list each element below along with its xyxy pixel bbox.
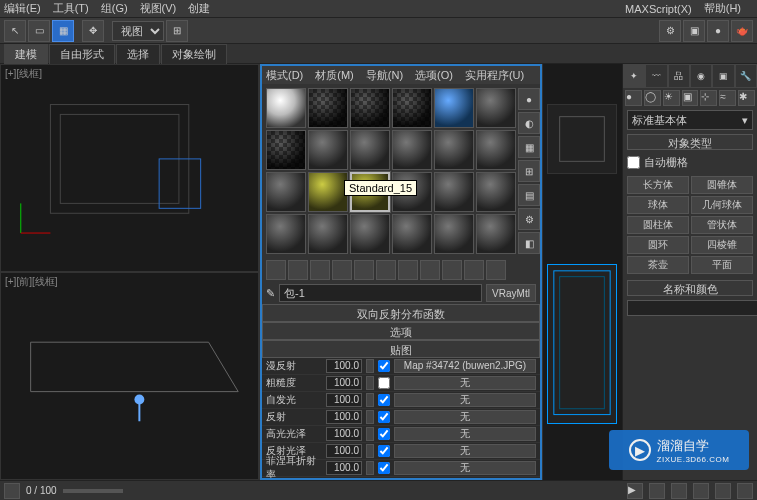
param-map-button[interactable]: 无: [394, 393, 536, 407]
material-slot-21[interactable]: [350, 214, 390, 254]
material-slot-11[interactable]: [434, 130, 474, 170]
render-frame[interactable]: ▣: [683, 20, 705, 42]
nav-orbit[interactable]: [715, 483, 731, 499]
object-btn-3[interactable]: 几何球体: [691, 196, 753, 214]
mat-parent[interactable]: [398, 260, 418, 280]
material-type-button[interactable]: VRayMtl: [486, 284, 536, 302]
tab-selection[interactable]: 选择: [116, 44, 160, 64]
timeline-config[interactable]: [4, 483, 20, 499]
autogrid-checkbox[interactable]: [627, 156, 640, 169]
object-name-input[interactable]: [627, 300, 757, 316]
material-slot-9[interactable]: [350, 130, 390, 170]
helpers-subtab[interactable]: ⊹: [700, 90, 717, 106]
param-spinner[interactable]: 100.0: [326, 410, 362, 424]
param-enable-checkbox[interactable]: [378, 377, 390, 389]
tab-freeform[interactable]: 自由形式: [49, 44, 115, 64]
material-slot-22[interactable]: [392, 214, 432, 254]
material-editor-btn[interactable]: ●: [707, 20, 729, 42]
dropper-icon[interactable]: ✎: [266, 287, 275, 300]
param-spinner[interactable]: 100.0: [326, 376, 362, 390]
param-spinner[interactable]: 100.0: [326, 427, 362, 441]
param-map-button[interactable]: 无: [394, 427, 536, 441]
material-slot-20[interactable]: [308, 214, 348, 254]
object-btn-4[interactable]: 圆柱体: [627, 216, 689, 234]
nav-pan[interactable]: [693, 483, 709, 499]
select-rect-tool[interactable]: ▭: [28, 20, 50, 42]
menu-create[interactable]: 创建: [188, 1, 210, 16]
mat-menu-options[interactable]: 选项(O): [415, 68, 453, 83]
param-spinner[interactable]: 100.0: [326, 393, 362, 407]
material-slot-12[interactable]: [476, 130, 516, 170]
select-region-tool[interactable]: ▦: [52, 20, 74, 42]
snap-toggle[interactable]: ⊞: [166, 20, 188, 42]
param-enable-checkbox[interactable]: [378, 428, 390, 440]
object-btn-0[interactable]: 长方体: [627, 176, 689, 194]
material-slot-23[interactable]: [434, 214, 474, 254]
param-enable-checkbox[interactable]: [378, 411, 390, 423]
spinner-arrows[interactable]: [366, 444, 374, 458]
object-btn-9[interactable]: 平面: [691, 256, 753, 274]
spinner-arrows[interactable]: [366, 427, 374, 441]
geometry-subtab[interactable]: ●: [625, 90, 642, 106]
material-slot-2[interactable]: [308, 88, 348, 128]
mat-menu-navigation[interactable]: 导航(N): [366, 68, 403, 83]
material-name-input[interactable]: [279, 284, 482, 302]
param-map-button[interactable]: 无: [394, 461, 536, 475]
material-slot-1[interactable]: [266, 88, 306, 128]
object-btn-1[interactable]: 圆锥体: [691, 176, 753, 194]
nav-max[interactable]: [737, 483, 753, 499]
render-setup[interactable]: ⚙: [659, 20, 681, 42]
mat-sibling[interactable]: [376, 260, 396, 280]
param-map-button[interactable]: 无: [394, 410, 536, 424]
mat-reset[interactable]: [332, 260, 352, 280]
mat-side-video[interactable]: ▤: [518, 184, 540, 206]
material-slot-10[interactable]: [392, 130, 432, 170]
mat-side-options[interactable]: ⚙: [518, 208, 540, 230]
mat-pick[interactable]: [486, 260, 506, 280]
material-slot-17[interactable]: [434, 172, 474, 212]
mat-side-sample[interactable]: ●: [518, 88, 540, 110]
menu-tools[interactable]: 工具(T): [53, 1, 89, 16]
spinner-arrows[interactable]: [366, 410, 374, 424]
material-slot-7[interactable]: [266, 130, 306, 170]
material-slot-5[interactable]: [434, 88, 474, 128]
mini-view-2[interactable]: [547, 264, 617, 424]
mat-put[interactable]: [288, 260, 308, 280]
param-map-button[interactable]: 无: [394, 444, 536, 458]
mat-side-backlight[interactable]: ◐: [518, 112, 540, 134]
display-tab[interactable]: ▣: [712, 64, 734, 88]
space-subtab[interactable]: ≈: [719, 90, 736, 106]
mat-copy[interactable]: [354, 260, 374, 280]
viewport-perspective[interactable]: [+][前][线框]: [0, 272, 259, 480]
menu-help[interactable]: 帮助(H): [704, 1, 741, 16]
lights-subtab[interactable]: ☀: [663, 90, 680, 106]
material-slot-24[interactable]: [476, 214, 516, 254]
mat-navigator[interactable]: [464, 260, 484, 280]
spinner-arrows[interactable]: [366, 376, 374, 390]
param-map-button[interactable]: 无: [394, 376, 536, 390]
mat-menu-utilities[interactable]: 实用程序(U): [465, 68, 524, 83]
mat-showmap[interactable]: [442, 260, 462, 280]
object-btn-6[interactable]: 圆环: [627, 236, 689, 254]
material-slot-13[interactable]: [266, 172, 306, 212]
mat-get[interactable]: [266, 260, 286, 280]
play-btn[interactable]: ▶: [627, 483, 643, 499]
maps-list[interactable]: 漫反射100.0Map #34742 (buwen2.JPG)粗糙度100.0无…: [262, 358, 540, 478]
material-slot-19[interactable]: [266, 214, 306, 254]
hierarchy-tab[interactable]: 品: [668, 64, 690, 88]
mat-assign[interactable]: [310, 260, 330, 280]
mat-menu-mode[interactable]: 模式(D): [266, 68, 303, 83]
mat-show[interactable]: [420, 260, 440, 280]
object-btn-7[interactable]: 四棱锥: [691, 236, 753, 254]
utilities-tab[interactable]: 🔧: [735, 64, 757, 88]
object-type-rollout[interactable]: 对象类型: [627, 134, 753, 150]
time-slider[interactable]: [63, 489, 123, 493]
motion-tab[interactable]: ◉: [690, 64, 712, 88]
systems-subtab[interactable]: ✱: [738, 90, 755, 106]
spinner-arrows[interactable]: [366, 393, 374, 407]
rollout-maps[interactable]: 贴图: [262, 340, 540, 358]
param-enable-checkbox[interactable]: [378, 462, 390, 474]
menu-group[interactable]: 组(G): [101, 1, 128, 16]
rollout-brdf[interactable]: 双向反射分布函数: [262, 304, 540, 322]
object-btn-5[interactable]: 管状体: [691, 216, 753, 234]
